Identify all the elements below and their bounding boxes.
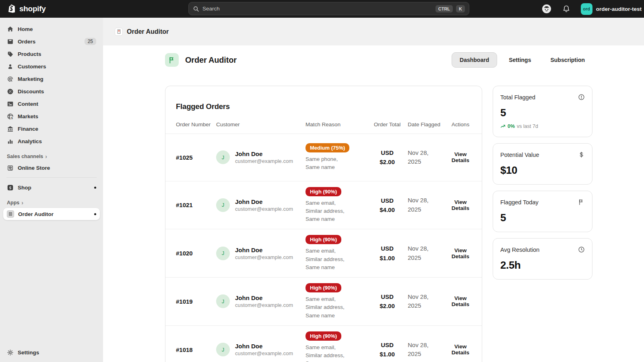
sidebar-item-home[interactable]: Home [3, 23, 100, 35]
chevron-right-icon: › [21, 200, 23, 206]
stat-label: Total Flagged [500, 94, 535, 101]
store-menu[interactable]: ord order-auditor-test [581, 3, 643, 15]
sidebar-item-label: Order Auditor [18, 211, 54, 217]
order-total: USD$1.00 [370, 244, 405, 263]
sidebar-item-label: Analytics [18, 138, 42, 144]
date-flagged: Nov 28, 2025 [408, 244, 436, 262]
sidebar-item-discounts[interactable]: Discounts [3, 85, 100, 97]
customer-cell: J John Doe customer@example.com [216, 294, 302, 308]
order-total: USD$2.00 [370, 148, 405, 167]
sidebar-item-online-store[interactable]: Online Store [3, 162, 100, 174]
apps-section[interactable]: Apps › [7, 200, 96, 206]
view-details-link[interactable]: View Details [450, 247, 471, 259]
notification-dot [94, 187, 96, 189]
col-match-reason: Match Reason [305, 121, 367, 129]
dollar-icon [578, 151, 585, 158]
order-number: #1018 [176, 346, 213, 353]
flag-icon [165, 53, 179, 67]
sidebar-item-order-auditor[interactable]: Order Auditor [3, 208, 100, 220]
flagged-orders-card: Flagged Orders Order Number Customer Mat… [165, 86, 482, 362]
match-reason-cell: Medium (75%) Same phone, Same name [305, 143, 367, 172]
bell-icon[interactable] [562, 5, 570, 13]
sidebar-item-orders[interactable]: Orders 25 [3, 35, 100, 47]
customer-name: John Doe [235, 343, 293, 350]
search-placeholder: Search [202, 6, 432, 12]
table-title: Flagged Orders [165, 86, 482, 121]
avatar: J [216, 247, 230, 260]
view-details-link[interactable]: View Details [450, 295, 471, 307]
view-details-link[interactable]: View Details [450, 151, 471, 163]
sidekick-icon[interactable] [541, 4, 552, 14]
sidebar-item-shop[interactable]: Shop [3, 181, 100, 193]
date-flagged: Nov 28, 2025 [408, 292, 436, 311]
customer-cell: J John Doe customer@example.com [216, 150, 302, 164]
kbd-k: K [456, 5, 465, 12]
notification-dot [94, 213, 96, 215]
delta-note: vs last 7d [517, 123, 538, 129]
kbd-ctrl: CTRL [436, 5, 453, 12]
stat-label: Avg Resolution [500, 247, 539, 253]
table-row: #1025 J John Doe customer@example.com Me… [165, 134, 482, 181]
sidebar-item-settings[interactable]: Settings [3, 346, 100, 358]
sidebar-item-content[interactable]: Content [3, 98, 100, 110]
sidebar-item-markets[interactable]: $ Markets [3, 110, 100, 122]
sidebar-item-label: Marketing [18, 76, 43, 82]
sidebar-item-analytics[interactable]: Analytics [3, 135, 100, 147]
match-reason-cell: High (90%) Same email, Similar address, … [305, 283, 367, 320]
stats-column: Total Flagged 5 0% vs last 7d Potential … [493, 86, 592, 280]
sales-channels-section[interactable]: Sales channels › [7, 154, 96, 159]
sidebar-item-label: Home [18, 26, 33, 32]
sales-channels-label: Sales channels [7, 154, 43, 159]
sidebar-item-label: Shop [18, 185, 31, 191]
discounts-icon [7, 88, 14, 95]
stat-card-avg-resolution: Avg Resolution 2.5h [493, 238, 592, 280]
sidebar-item-marketing[interactable]: Marketing [3, 73, 100, 85]
sidebar-item-label: Products [18, 51, 41, 57]
col-customer: Customer [216, 121, 302, 129]
sidebar-item-products[interactable]: Products [3, 48, 100, 60]
view-details-link[interactable]: View Details [450, 199, 471, 211]
customer-name: John Doe [235, 294, 293, 301]
stat-delta: 0% vs last 7d [500, 123, 585, 129]
sidebar-item-finance[interactable]: Finance [3, 123, 100, 135]
match-reason-cell: High (90%) Same email, Similar address, … [305, 331, 367, 362]
table-header-row: Order Number Customer Match Reason Order… [165, 121, 482, 134]
shop-logo-icon [7, 184, 14, 191]
view-details-link[interactable]: View Details [450, 343, 471, 356]
customer-email: customer@example.com [235, 206, 293, 212]
match-reason-cell: High (90%) Same email, Similar address, … [305, 187, 367, 224]
delta-percent: 0% [508, 123, 515, 129]
table-row: #1020 J John Doe customer@example.com Hi… [165, 229, 482, 277]
stat-label: Flagged Today [500, 199, 539, 206]
col-order-number: Order Number [176, 121, 213, 129]
sidebar-item-customers[interactable]: Customers [3, 60, 100, 72]
order-total: USD$1.00 [370, 340, 405, 359]
customer-name: John Doe [235, 150, 293, 157]
flag-icon [578, 199, 585, 206]
date-flagged: Nov 28, 2025 [408, 148, 436, 167]
store-avatar: ord [581, 3, 592, 15]
risk-badge: High (90%) [305, 187, 341, 196]
date-flagged: Nov 28, 2025 [408, 341, 436, 359]
sidebar-item-label: Orders [18, 39, 35, 45]
tab-subscription[interactable]: Subscription [543, 53, 592, 67]
apps-label: Apps [7, 200, 19, 206]
avatar: J [216, 294, 230, 308]
alert-circle-icon [578, 94, 585, 101]
order-number: #1021 [176, 202, 213, 208]
order-number: #1020 [176, 250, 213, 257]
tab-settings[interactable]: Settings [501, 53, 539, 67]
order-total: USD$2.00 [370, 292, 405, 311]
tab-dashboard[interactable]: Dashboard [452, 52, 497, 68]
topbar: shopify Search CTRL K ord order [0, 0, 644, 18]
gear-icon [7, 349, 14, 356]
breadcrumb-title: Order Auditor [127, 28, 169, 35]
customer-cell: J John Doe customer@example.com [216, 343, 302, 356]
shopify-logo[interactable]: shopify [7, 4, 45, 14]
customer-name: John Doe [235, 198, 293, 205]
svg-text:$: $ [11, 116, 13, 119]
table-row: #1021 J John Doe customer@example.com Hi… [165, 181, 482, 229]
marketing-icon [7, 76, 14, 82]
search-input[interactable]: Search CTRL K [188, 2, 469, 15]
products-tag-icon [7, 51, 14, 58]
